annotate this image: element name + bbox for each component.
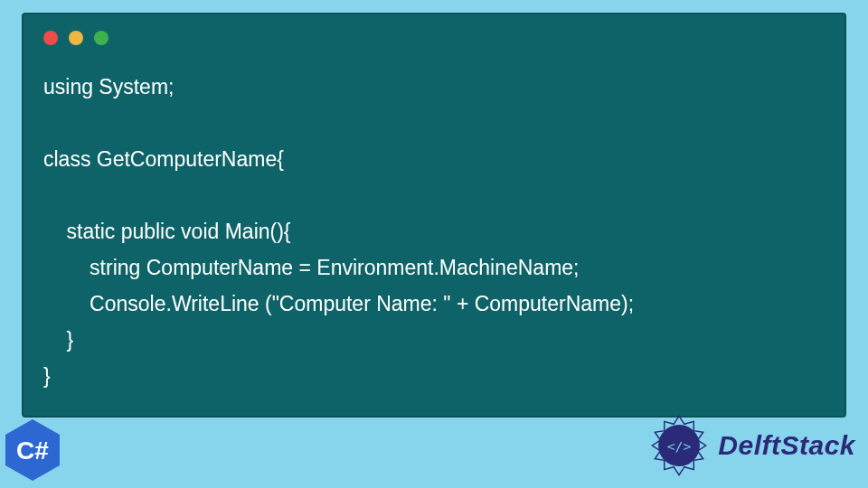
csharp-label: C#: [16, 436, 49, 465]
csharp-language-icon: C#: [4, 418, 61, 483]
brand-block: </> DelftStack: [646, 412, 855, 479]
svg-text:</>: </>: [667, 438, 692, 454]
minimize-icon: [69, 31, 83, 45]
delftstack-logo-icon: </>: [646, 412, 712, 479]
close-icon: [43, 31, 58, 45]
brand-name: DelftStack: [718, 430, 855, 461]
code-window: using System; class GetComputerName{ sta…: [22, 13, 846, 418]
code-block: using System; class GetComputerName{ sta…: [43, 69, 825, 394]
window-traffic-lights: [43, 31, 825, 45]
maximize-icon: [94, 31, 108, 45]
